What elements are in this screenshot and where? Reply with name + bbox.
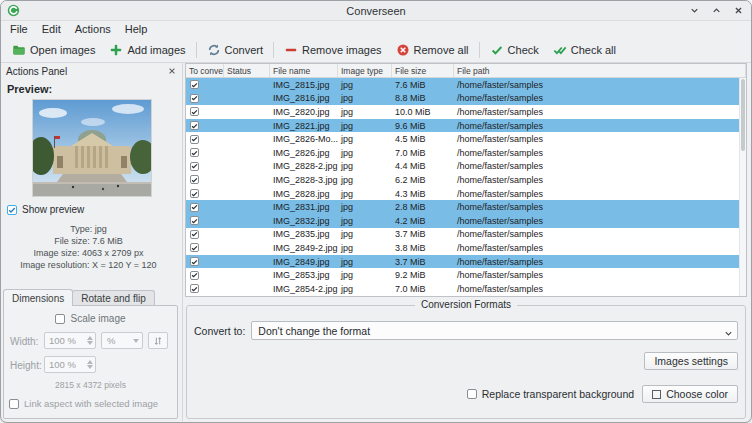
width-spinner[interactable]: 100 % [44,332,96,349]
table-row[interactable]: IMG_2815.jpgjpg7.6 MiB/home/faster/sampl… [186,78,739,92]
add-images-button[interactable]: Add images [102,40,192,60]
close-button[interactable] [732,4,745,17]
table-scrollbar[interactable] [739,78,746,296]
table-cell: /home/faster/samples [454,202,739,212]
show-preview-checkbox[interactable] [7,205,17,215]
table-row[interactable]: IMG_2820.jpgjpg10.0 MiB/home/faster/samp… [186,105,739,119]
images-settings-button[interactable]: Images settings [644,352,738,370]
check-icon [490,43,504,57]
check-button[interactable]: Check [483,40,546,60]
spinner-arrows-icon[interactable] [87,333,93,348]
height-spinner[interactable]: 100 % [44,356,96,373]
chevron-down-icon [133,333,139,348]
to-convert-checkbox[interactable] [190,162,199,171]
to-convert-checkbox[interactable] [190,189,199,198]
remove-all-button[interactable]: Remove all [389,40,476,60]
actions-panel-body: Preview: [1,79,182,421]
toolbar-button-label: Check all [571,44,616,56]
to-convert-checkbox[interactable] [190,148,199,157]
to-convert-cell [186,284,224,293]
minimize-button[interactable] [688,4,701,17]
table-cell: IMG_2826.jpg [270,148,338,158]
scale-image-checkbox[interactable] [55,314,65,324]
table-row[interactable]: IMG_2826-Mo...jpg4.5 MiB/home/faster/sam… [186,132,739,146]
spinner-arrows-icon[interactable] [87,357,93,372]
to-convert-checkbox[interactable] [190,271,199,280]
open-images-button[interactable]: Open images [5,40,102,60]
column-header-to-convert[interactable]: To convert [186,64,224,77]
menu-help[interactable]: Help [118,22,155,37]
menu-file[interactable]: File [3,22,35,37]
table-row[interactable]: IMG_2828-2.jpgjpg4.4 MiB/home/faster/sam… [186,160,739,174]
actions-panel-header: Actions Panel [1,63,182,79]
to-convert-checkbox[interactable] [190,257,199,266]
to-convert-checkbox[interactable] [190,243,199,252]
unit-combobox[interactable]: % [101,332,143,349]
table-row[interactable]: IMG_2849-2.jpgjpg3.8 MiB/home/faster/sam… [186,241,739,255]
tab-dimensions[interactable]: Dimensions [3,289,73,306]
format-combobox[interactable]: Don't change the format [251,321,738,340]
table-cell: /home/faster/samples [454,284,739,294]
table-cell: jpg [338,148,392,158]
menu-edit[interactable]: Edit [35,22,68,37]
table-cell: IMG_2828.jpg [270,189,338,199]
maximize-button[interactable] [710,4,723,17]
app-window: Converseen FileEditActionsHelp Open imag… [0,0,752,423]
to-convert-cell [186,107,224,116]
table-row[interactable]: IMG_2821.jpgjpg9.6 MiB/home/faster/sampl… [186,119,739,133]
column-header-status[interactable]: Status [224,64,270,77]
to-convert-checkbox[interactable] [190,135,199,144]
table-row[interactable]: IMG_2831.jpgjpg2.8 MiB/home/faster/sampl… [186,200,739,214]
table-row[interactable]: IMG_2816.jpgjpg8.8 MiB/home/faster/sampl… [186,92,739,106]
to-convert-checkbox[interactable] [190,80,199,89]
menu-actions[interactable]: Actions [68,22,118,37]
swap-dimensions-button[interactable] [148,332,168,349]
table-row[interactable]: IMG_2832.jpgjpg4.2 MiB/home/faster/sampl… [186,214,739,228]
table-cell: IMG_2835.jpg [270,229,338,239]
table-row[interactable]: IMG_2835.jpgjpg3.7 MiB/home/faster/sampl… [186,228,739,242]
to-convert-checkbox[interactable] [190,230,199,239]
table-body: IMG_2815.jpgjpg7.6 MiB/home/faster/sampl… [186,78,739,296]
column-header-file-size[interactable]: File size [392,64,454,77]
to-convert-checkbox[interactable] [190,216,199,225]
toolbar-button-label: Check [508,44,539,56]
table-cell: jpg [338,284,392,294]
to-convert-checkbox[interactable] [190,284,199,293]
table-cell: IMG_2828-2.jpg [270,161,338,171]
table-row[interactable]: IMG_2828.jpgjpg4.3 MiB/home/faster/sampl… [186,187,739,201]
table-cell: jpg [338,243,392,253]
to-convert-checkbox[interactable] [190,203,199,212]
dock-close-icon[interactable] [166,66,177,77]
to-convert-checkbox[interactable] [190,107,199,116]
tab-rotate-and-flip[interactable]: Rotate and flip [72,290,155,306]
scrollbar-handle[interactable] [741,79,745,151]
toolbar-separator [479,42,480,58]
link-aspect-checkbox[interactable] [9,399,19,409]
remove-images-button[interactable]: Remove images [277,40,388,60]
table-row[interactable]: IMG_2853.jpgjpg9.2 MiB/home/faster/sampl… [186,268,739,282]
to-convert-checkbox[interactable] [190,175,199,184]
check-all-button[interactable]: Check all [546,40,623,60]
actions-panel-title: Actions Panel [6,66,67,77]
column-header-file-name[interactable]: File name [270,64,338,77]
table-cell: /home/faster/samples [454,107,739,117]
to-convert-checkbox[interactable] [190,94,199,103]
table-cell: jpg [338,80,392,90]
color-swatch [652,390,661,399]
table-row[interactable]: IMG_2828-3.jpgjpg6.2 MiB/home/faster/sam… [186,173,739,187]
titlebar[interactable]: Converseen [1,1,751,21]
toolbar-separator [196,42,197,58]
convert-button[interactable]: Convert [200,40,271,60]
choose-color-button[interactable]: Choose color [642,385,738,403]
table-cell: /home/faster/samples [454,270,739,280]
table-row[interactable]: IMG_2849.jpgjpg3.7 MiB/home/faster/sampl… [186,255,739,269]
column-header-file-path[interactable]: File path [454,64,746,77]
table-row[interactable]: IMG_2826.jpgjpg7.0 MiB/home/faster/sampl… [186,146,739,160]
table-row[interactable]: IMG_2854-2.jpgjpg7.0 MiB/home/faster/sam… [186,282,739,296]
scale-image-label: Scale image [70,313,125,324]
table-cell: IMG_2849-2.jpg [270,243,338,253]
column-header-image-type[interactable]: Image type [338,64,392,77]
table-body-wrap: IMG_2815.jpgjpg7.6 MiB/home/faster/sampl… [186,78,746,296]
to-convert-checkbox[interactable] [190,121,199,130]
replace-transparent-checkbox[interactable] [467,389,477,399]
